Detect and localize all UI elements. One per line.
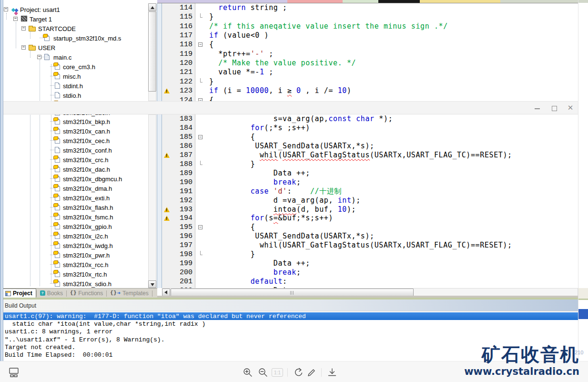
tree-item-stm32f10x-bkp-h[interactable]: stm32f10x_bkp.h: [0, 117, 144, 126]
scroll-down-button[interactable]: [148, 280, 156, 288]
tree-item-stm32f10x-conf-h[interactable]: stm32f10x_conf.h: [0, 145, 144, 155]
line-number: 192: [162, 196, 193, 205]
code-line: 184 for(;*s ;s++): [162, 124, 578, 133]
tree-item-stm32f10x-crc-h[interactable]: stm32f10x_crc.h: [0, 155, 144, 165]
zoom-in-icon[interactable]: [243, 367, 253, 378]
code-text: break;: [209, 178, 301, 186]
line-number: 183: [162, 115, 193, 123]
viewer-titlebar[interactable]: ✕: [0, 101, 578, 114]
tree-item-stdio-h[interactable]: stdio.h: [0, 91, 144, 100]
code-text: if (value<0 ): [209, 31, 269, 40]
code-line: 198 }: [162, 250, 578, 259]
tree-item-startcode[interactable]: −STARTCODE: [0, 24, 144, 33]
tree-page-doc-icon: [44, 54, 50, 60]
tree-item-target-1[interactable]: −Target 1: [0, 14, 144, 24]
tree-item-label: misc.h: [63, 73, 81, 80]
tree-item-stm32f10x-exti-h[interactable]: stm32f10x_exti.h: [0, 193, 144, 203]
tree-item-stm32f10x-fsmc-h[interactable]: stm32f10x_fsmc.h: [0, 212, 144, 222]
tree-item-label: stm32f10x_cec.h: [63, 137, 110, 145]
code-text: case 'd': //十进制: [209, 187, 342, 196]
tree-item-user[interactable]: −USER: [0, 43, 144, 52]
project-tree-top[interactable]: −Project: usart1−Target 1−STARTCODEstart…: [0, 5, 148, 101]
tree-item-main-c[interactable]: −main.c: [0, 52, 144, 62]
code-editor[interactable]: 114 return string ;115}116/* if this ane…: [162, 3, 578, 101]
tree-item-stm32f10x-sdio-h[interactable]: stm32f10x_sdio.h: [0, 279, 144, 288]
tree-expand-toggle[interactable]: −: [13, 17, 18, 21]
tree-expand-toggle[interactable]: −: [21, 45, 26, 50]
tree-item-project-usart1[interactable]: −Project: usart1: [0, 5, 144, 14]
line-number: 194: [162, 214, 193, 222]
scroll-up-button[interactable]: [148, 3, 156, 11]
tree-item-misc-h[interactable]: misc.h: [0, 72, 144, 81]
tree-expand-toggle[interactable]: −: [37, 55, 41, 59]
rotate-icon[interactable]: [293, 367, 304, 378]
tree-item-stm32f10x-pwr-h[interactable]: stm32f10x_pwr.h: [0, 250, 144, 260]
tree-item-stm32f10x-i2c-h[interactable]: stm32f10x_i2c.h: [0, 231, 144, 241]
tree-item-label: stm32f10x_rcc.h: [63, 261, 108, 268]
front-window: stm32f10x_adc.hstm32f10x_bkp.hstm32f10x_…: [0, 101, 578, 298]
tree-item-startup-stm32f10x-md-s[interactable]: startup_stm32f10x_md.s: [0, 33, 144, 43]
tree-expand-toggle[interactable]: −: [4, 7, 8, 11]
code-text: }: [209, 160, 255, 168]
tree-item-stm32f10x-dma-h[interactable]: stm32f10x_dma.h: [0, 184, 144, 193]
build-output-line[interactable]: usart1.c(97): warning: #177-D: function …: [0, 312, 578, 320]
fold-toggle[interactable]: −: [198, 42, 203, 47]
tree-item-label: stm32f10x_exti.h: [63, 195, 110, 202]
actual-size-icon[interactable]: 1:1: [272, 368, 283, 377]
tree-item-stm32f10x-flash-h[interactable]: stm32f10x_flash.h: [0, 203, 144, 212]
line-number: 196: [162, 232, 193, 240]
tree-item-stdint-h[interactable]: stdint.h: [0, 81, 144, 91]
minimize-button[interactable]: [530, 102, 545, 114]
line-number: 195: [162, 223, 193, 231]
tab-functions[interactable]: {}Functions: [67, 289, 106, 298]
gallery-icon[interactable]: [9, 367, 19, 378]
tree-item-label: Project: usart1: [20, 6, 60, 13]
tree-item-stm32f10x-rcc-h[interactable]: stm32f10x_rcc.h: [0, 260, 144, 269]
fold-toggle[interactable]: −: [198, 225, 203, 229]
tab-project[interactable]: Project: [1, 289, 36, 298]
line-number: 118: [162, 41, 193, 49]
tree-item-label: stdio.h: [63, 92, 81, 99]
hscrollbar-thumb[interactable]: [171, 289, 414, 296]
tree-item-stm32f10x-can-h[interactable]: stm32f10x_can.h: [0, 126, 144, 136]
books-icon: ?: [40, 290, 45, 296]
tree-item-stm32f10x-cec-h[interactable]: stm32f10x_cec.h: [0, 136, 144, 145]
tree-page-tag-icon: [55, 280, 60, 287]
tree-item-stm32f10x-iwdg-h[interactable]: stm32f10x_iwdg.h: [0, 241, 144, 250]
tree-indent-guide: [51, 64, 51, 101]
line-number: 197: [162, 241, 193, 249]
tab-templates[interactable]: {}➜Templates: [107, 289, 152, 298]
tab-books[interactable]: ?Books: [37, 289, 66, 298]
code-line: 183 s=va_arg(ap,const char *);: [162, 114, 578, 124]
tree-item-stm32f10x-rtc-h[interactable]: stm32f10x_rtc.h: [0, 269, 144, 279]
tree-item-stm32f10x-dac-h[interactable]: stm32f10x_dac.h: [0, 165, 144, 174]
tree-scrollbar-bottom[interactable]: [148, 114, 156, 288]
zoom-out-icon[interactable]: [258, 367, 268, 378]
tree-page-tag-icon: [55, 185, 60, 191]
code-editor[interactable]: 183 s=va_arg(ap,const char *);184 for(;*…: [162, 114, 578, 288]
build-output-caption[interactable]: Build Output: [0, 299, 578, 311]
line-number: 199: [162, 259, 193, 268]
tree-item-core-cm3-h[interactable]: core_cm3.h: [0, 62, 144, 72]
tree-item-stm32f10x-gpio-h[interactable]: stm32f10x_gpio.h: [0, 222, 144, 231]
code-text: /* if this aneqative value insert the mi…: [209, 22, 448, 31]
tree-expand-toggle[interactable]: −: [21, 26, 26, 31]
download-icon[interactable]: [327, 367, 337, 378]
tree-page-tag-icon: [55, 233, 60, 239]
code-line: 118−{: [162, 40, 578, 49]
code-line: 117if (value<0 ): [162, 31, 578, 40]
tab-separator: [152, 290, 152, 297]
code-text: whil(USART_GatFlagStatus(USARTx,USART_FL…: [209, 241, 512, 249]
code-line: 189 Data ++;: [162, 169, 578, 178]
fold-end-mark: [200, 161, 203, 165]
maximize-button[interactable]: [547, 102, 561, 114]
fold-toggle[interactable]: −: [198, 135, 203, 139]
tree-item-stm32f10x-dbgmcu-h[interactable]: stm32f10x_dbgmcu.h: [0, 174, 144, 184]
close-button[interactable]: ✕: [563, 102, 578, 114]
scrollbar-thumb[interactable]: [148, 11, 156, 92]
line-number: 190: [162, 178, 193, 186]
line-number: 185: [162, 133, 193, 141]
scroll-left-button[interactable]: [162, 289, 170, 296]
edit-pencil-icon[interactable]: [306, 367, 317, 378]
project-tree-bottom[interactable]: stm32f10x_adc.hstm32f10x_bkp.hstm32f10x_…: [0, 101, 148, 288]
